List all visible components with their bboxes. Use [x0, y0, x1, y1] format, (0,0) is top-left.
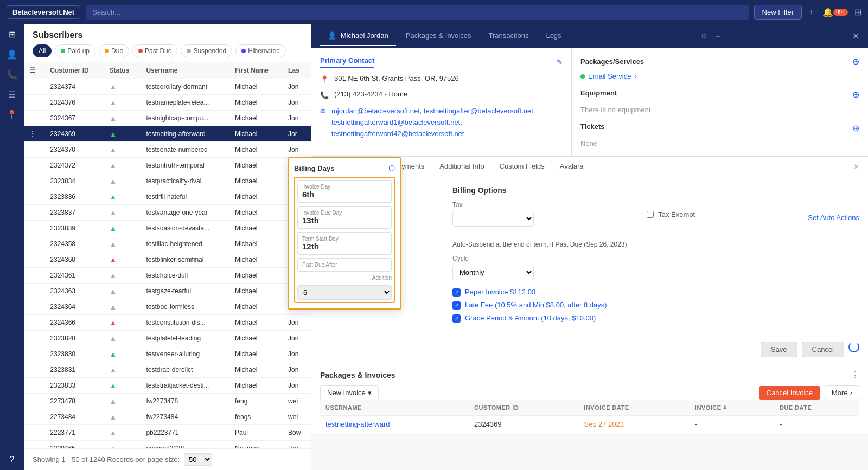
contact-edit-icon[interactable]: ✎	[557, 58, 563, 66]
row-menu-icon[interactable]	[24, 142, 44, 158]
table-row[interactable]: 2323839▲testsuasion-devasta...MichaelJon	[24, 221, 311, 236]
table-row[interactable]: 2324366▲testconstitution-dis...MichaelJo…	[24, 315, 311, 331]
row-menu-icon[interactable]	[24, 284, 44, 299]
filter-tab-hibernated[interactable]: Hibernated	[235, 44, 286, 57]
email-link-1[interactable]: mjordan@betacleversoft.net, testnettinga…	[331, 106, 535, 117]
row-menu-icon[interactable]	[24, 346, 44, 362]
page-size-select[interactable]: 50 100 200	[184, 453, 212, 466]
email-service-item[interactable]: Email Service ›	[580, 72, 859, 80]
map-icon[interactable]: 📍	[7, 110, 17, 120]
person-icon[interactable]: 👤	[7, 49, 17, 60]
row-menu-icon[interactable]	[24, 221, 44, 236]
row-username[interactable]: testveneer-alluring	[141, 346, 229, 362]
phone-icon[interactable]: 📞	[7, 69, 17, 80]
row-username[interactable]: testconstitution-dis...	[141, 315, 229, 331]
inv-date[interactable]: Sep 27 2023	[578, 416, 690, 433]
set-auto-actions-btn[interactable]: Set Auto Actions	[808, 214, 859, 222]
row-menu-icon[interactable]	[24, 299, 44, 315]
table-row[interactable]: 2323836▲testfrill-hatefulMichaelJon	[24, 189, 311, 205]
table-row[interactable]: 2273484▲fw2273484fengswei	[24, 409, 311, 425]
row-menu-icon[interactable]	[24, 111, 44, 126]
tickets-add-icon[interactable]: ⊕	[852, 123, 859, 133]
row-username[interactable]: nouman2338	[141, 441, 229, 449]
table-row[interactable]: 2323833▲teststraitjacket-desti...Michael…	[24, 378, 311, 394]
table-row[interactable]: 2223771▲pb2223771PaulBow	[24, 425, 311, 441]
search-input[interactable]	[86, 5, 748, 20]
email-link-3[interactable]: testnettingafterward42@betacleversoft.ne…	[331, 128, 535, 140]
row-username[interactable]: fw2273484	[141, 409, 229, 425]
table-row[interactable]: 2324358▲testlilac-heightenedMichaelJon	[24, 236, 311, 252]
smiley-icon[interactable]: ☺	[700, 32, 707, 40]
new-filter-button[interactable]: New Filter	[754, 5, 802, 20]
row-menu-icon[interactable]	[24, 79, 44, 95]
row-username[interactable]: testuntruth-temporal	[141, 158, 229, 173]
row-menu-icon[interactable]	[24, 173, 44, 189]
row-menu-icon[interactable]	[24, 236, 44, 252]
cancel-invoice-button[interactable]: Cancel Invoice	[759, 386, 820, 400]
table-row[interactable]: 2324363▲testgaze-tearfulMichaelJon	[24, 284, 311, 299]
filter-tab-all[interactable]: All	[33, 44, 52, 57]
row-menu-icon[interactable]	[24, 252, 44, 268]
table-row[interactable]: 2220465▲nouman2338NoumanHar	[24, 441, 311, 449]
row-menu-icon[interactable]	[24, 268, 44, 284]
row-username[interactable]: testplatelet-leading	[141, 331, 229, 346]
row-username[interactable]: testgaze-tearful	[141, 284, 229, 299]
row-username[interactable]: testcorollary-dormant	[141, 79, 229, 95]
row-username[interactable]: testnetting-afterward	[141, 126, 229, 142]
billing-close-icon[interactable]: ✕	[853, 163, 859, 171]
row-menu-icon[interactable]	[24, 441, 44, 449]
billing-tab-custom[interactable]: Custom Fields	[492, 157, 552, 177]
table-row[interactable]: ⋮2324369▲testnetting-afterwardMichaelJor	[24, 126, 311, 142]
cycle-select[interactable]: Monthly Yearly Quarterly	[452, 265, 534, 280]
table-row[interactable]: 2323834▲testpracticality-rivalMichaelJon	[24, 173, 311, 189]
row-username[interactable]: teststraitjacket-desti...	[141, 378, 229, 394]
past-due-select[interactable]: 6 7 8 10	[297, 285, 392, 300]
dashboard-icon[interactable]: ⊞	[9, 29, 16, 40]
pkg-inv-menu-icon[interactable]: ⋮	[851, 370, 859, 380]
packages-add-icon[interactable]: ⊕	[852, 56, 859, 67]
primary-contact-label[interactable]: Primary Contact	[320, 56, 374, 68]
row-username[interactable]: testnameplate-relea...	[141, 95, 229, 111]
row-username[interactable]: testfrill-hateful	[141, 189, 229, 205]
table-row[interactable]: 2324372▲testuntruth-temporalMichaelJon	[24, 158, 311, 173]
table-row[interactable]: 2324370▲testsenate-numberedMichaelJon	[24, 142, 311, 158]
row-username[interactable]: testsenate-numbered	[141, 142, 229, 158]
tax-select[interactable]	[452, 211, 534, 227]
table-row[interactable]: 2324364▲testboe-formlessMichaelJon	[24, 299, 311, 315]
tab-packages-invoices[interactable]: Packages & Invoices	[398, 26, 479, 46]
row-menu-icon[interactable]	[24, 95, 44, 111]
billing-tab-avalara[interactable]: Avalara	[552, 157, 591, 177]
bell-icon[interactable]: 🔔99+	[822, 7, 848, 17]
checkbox-grace-period[interactable]: Grace Period & Amount (10 days, $10.00)	[452, 314, 859, 323]
list-icon[interactable]: ☰	[8, 89, 16, 100]
app-logo[interactable]: Betacleversoft.Net	[7, 5, 80, 19]
row-username[interactable]: testsuasion-devasta...	[141, 221, 229, 236]
tab-logs[interactable]: Logs	[538, 26, 569, 46]
row-menu-icon[interactable]	[24, 409, 44, 425]
filter-tab-pastdue[interactable]: Past Due	[132, 44, 177, 57]
tab-michael-jordan[interactable]: 👤 Michael Jordan	[320, 26, 396, 46]
tab-transactions[interactable]: Transactions	[481, 26, 536, 46]
table-row[interactable]: 2323837▲testvantage-one-yearMichaelJon	[24, 205, 311, 221]
close-panel-icon[interactable]: ✕	[852, 31, 859, 41]
billing-days-expand-icon[interactable]: ⬡	[388, 164, 395, 172]
row-menu-icon[interactable]	[24, 331, 44, 346]
row-menu-icon[interactable]	[24, 425, 44, 441]
row-username[interactable]: fw2273478	[141, 394, 229, 409]
row-username[interactable]: testdrab-derelict	[141, 362, 229, 378]
row-menu-icon[interactable]	[24, 394, 44, 409]
checkbox-paper-invoice[interactable]: Paper Invoice $112.00	[452, 288, 859, 297]
inv-username[interactable]: testnetting-afterward	[320, 416, 469, 433]
row-username[interactable]: testnightcap-compu...	[141, 111, 229, 126]
filter-tab-due[interactable]: Due	[99, 44, 129, 57]
row-username[interactable]: testpracticality-rival	[141, 173, 229, 189]
equipment-add-icon[interactable]: ⊕	[852, 89, 859, 100]
filter-tab-suspended[interactable]: Suspended	[181, 44, 232, 57]
table-row[interactable]: 2324361▲testchoice-dullMichaelJon	[24, 268, 311, 284]
cancel-button[interactable]: Cancel	[802, 342, 844, 357]
table-row[interactable]: 2323830▲testveneer-alluringMichaelJon	[24, 346, 311, 362]
checkbox-late-fee[interactable]: Late Fee (10.5% and Min $8.00, after 8 d…	[452, 301, 859, 310]
row-username[interactable]: testchoice-dull	[141, 268, 229, 284]
row-menu-icon[interactable]	[24, 189, 44, 205]
help-icon[interactable]: ?	[10, 455, 15, 465]
